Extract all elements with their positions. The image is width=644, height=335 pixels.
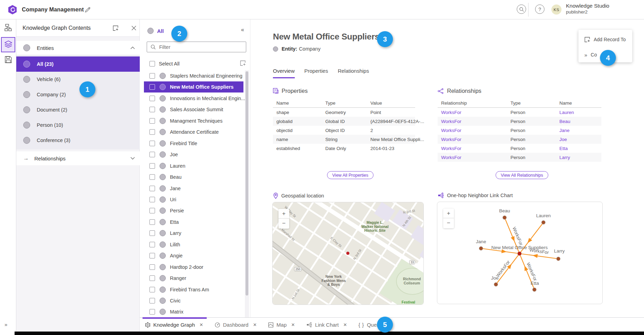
item-checkbox[interactable]: [149, 219, 155, 225]
list-item[interactable]: Attendance Certificate: [144, 126, 243, 138]
view-all-properties-button[interactable]: View All Properties: [327, 171, 373, 179]
table-cell[interactable]: Etta: [556, 146, 601, 151]
select-all-row[interactable]: Select All: [149, 60, 245, 68]
item-checkbox[interactable]: [149, 230, 155, 236]
item-checkbox[interactable]: [149, 242, 155, 247]
geospatial-map[interactable]: + − W Clay St W Marshall St E Clay St N …: [272, 202, 424, 305]
item-checkbox[interactable]: [149, 73, 155, 79]
bottom-tab-link-chart[interactable]: Link Chart✕: [304, 318, 350, 332]
close-tab-icon[interactable]: ✕: [343, 322, 347, 327]
list-item[interactable]: Staplers Mechanical Engineering: [144, 70, 243, 81]
list-item[interactable]: Joe: [144, 149, 243, 160]
select-all-checkbox[interactable]: [149, 61, 155, 67]
entity-group-row[interactable]: Person (10): [16, 117, 140, 133]
list-item[interactable]: Persie: [144, 205, 243, 216]
entities-section-header[interactable]: Entities: [16, 41, 140, 55]
save-icon[interactable]: [5, 56, 12, 63]
menu-item-add-record-to[interactable]: Add Record To: [578, 33, 632, 46]
list-panel-title[interactable]: All: [157, 28, 164, 34]
table-cell[interactable]: Joe: [556, 137, 601, 142]
item-checkbox[interactable]: [149, 84, 155, 90]
list-item[interactable]: Uri: [144, 194, 243, 205]
close-panel-icon[interactable]: [131, 26, 136, 30]
item-checkbox[interactable]: [149, 253, 155, 258]
item-checkbox[interactable]: [149, 107, 155, 112]
filter-input[interactable]: Filter: [147, 42, 246, 52]
list-item[interactable]: Lauren: [144, 160, 243, 171]
layers-tool-selected[interactable]: [1, 37, 15, 52]
entity-group-row[interactable]: Document (2): [16, 102, 140, 117]
list-item[interactable]: Sales Associate Summit: [144, 104, 243, 115]
item-checkbox[interactable]: [149, 208, 155, 213]
close-tab-icon[interactable]: ✕: [291, 322, 295, 327]
table-cell[interactable]: Beau: [556, 119, 601, 124]
relationships-section-header[interactable]: → Relationships: [16, 151, 140, 165]
item-checkbox[interactable]: [149, 152, 155, 157]
search-button[interactable]: [517, 5, 526, 14]
entity-group-row[interactable]: Conference (3): [16, 133, 140, 148]
list-item[interactable]: Civic: [144, 295, 243, 306]
table-cell[interactable]: WorksFor: [438, 155, 507, 160]
item-checkbox[interactable]: [149, 129, 155, 135]
item-checkbox[interactable]: [149, 309, 155, 315]
avatar[interactable]: KS: [551, 5, 561, 15]
schema-icon[interactable]: [5, 24, 12, 32]
list-item[interactable]: Hardtop 2-door: [144, 262, 243, 273]
entity-group-row[interactable]: All (23): [16, 56, 140, 72]
list-item[interactable]: Innovations in Mechanical Engin...: [144, 93, 243, 104]
list-item[interactable]: Beau: [144, 171, 243, 183]
table-cell[interactable]: WorksFor: [438, 128, 507, 133]
list-scrollbar-thumb[interactable]: [246, 71, 248, 296]
expand-rail-icon[interactable]: »: [5, 321, 7, 327]
item-checkbox[interactable]: [149, 96, 155, 101]
bottom-tab-knowledge-graph[interactable]: Knowledge Graph✕: [143, 318, 207, 332]
map-zoom-out-button[interactable]: −: [278, 219, 289, 228]
edit-title-icon[interactable]: [85, 7, 91, 13]
app-logo-icon[interactable]: [8, 5, 17, 15]
record-tab-overview[interactable]: Overview: [273, 68, 295, 78]
item-checkbox[interactable]: [149, 174, 155, 180]
add-new-type-icon[interactable]: [113, 25, 119, 31]
item-checkbox[interactable]: [149, 298, 155, 303]
link-chart[interactable]: WorksForBeauLaurenJaneWorksForLarryWorks…: [437, 202, 603, 304]
table-cell[interactable]: Larry: [556, 155, 601, 160]
close-tab-icon[interactable]: ✕: [199, 322, 203, 327]
table-cell[interactable]: WorksFor: [438, 146, 507, 151]
record-tab-properties[interactable]: Properties: [304, 68, 328, 78]
list-item[interactable]: Etta: [144, 217, 243, 228]
list-item[interactable]: Managment Techniques: [144, 115, 243, 126]
item-checkbox[interactable]: [149, 197, 155, 202]
help-button[interactable]: ?: [535, 5, 544, 14]
account-info[interactable]: Knowledge Studio publisher2: [566, 3, 609, 15]
entity-group-row[interactable]: Company (2): [16, 87, 140, 102]
list-item[interactable]: Lilith: [144, 239, 243, 250]
item-checkbox[interactable]: [149, 186, 155, 191]
map-zoom-in-button[interactable]: +: [278, 209, 289, 219]
list-item[interactable]: Ranger: [144, 273, 243, 284]
chart-zoom-out-button[interactable]: −: [443, 218, 454, 228]
list-item[interactable]: Larry: [144, 228, 243, 239]
item-checkbox[interactable]: [149, 264, 155, 270]
list-scrollbar[interactable]: [245, 70, 249, 317]
item-checkbox[interactable]: [149, 275, 155, 281]
table-cell[interactable]: WorksFor: [438, 110, 507, 115]
item-checkbox[interactable]: [149, 287, 155, 292]
item-checkbox[interactable]: [149, 141, 155, 146]
list-item[interactable]: Jane: [144, 183, 243, 194]
list-item[interactable]: Firebird Title: [144, 138, 243, 149]
list-item[interactable]: Angie: [144, 250, 243, 261]
chart-zoom-in-button[interactable]: +: [443, 209, 454, 218]
table-cell[interactable]: Jane: [556, 128, 601, 133]
table-cell[interactable]: Lauren: [556, 110, 601, 115]
record-tab-relationships[interactable]: Relationships: [338, 68, 369, 78]
entity-group-row[interactable]: Vehicle (6): [16, 72, 140, 87]
close-tab-icon[interactable]: ✕: [253, 322, 257, 327]
list-item[interactable]: Firebird Trans Am: [144, 284, 243, 295]
collapse-panel-icon[interactable]: «: [241, 27, 244, 33]
item-checkbox[interactable]: [149, 118, 155, 124]
bottom-tab-dashboard[interactable]: Dashboard✕: [212, 318, 260, 332]
add-entity-icon[interactable]: [240, 60, 246, 66]
item-checkbox[interactable]: [149, 163, 155, 169]
bottom-tab-map[interactable]: Map✕: [266, 318, 298, 332]
view-all-relationships-button[interactable]: View All Relationships: [496, 171, 548, 179]
